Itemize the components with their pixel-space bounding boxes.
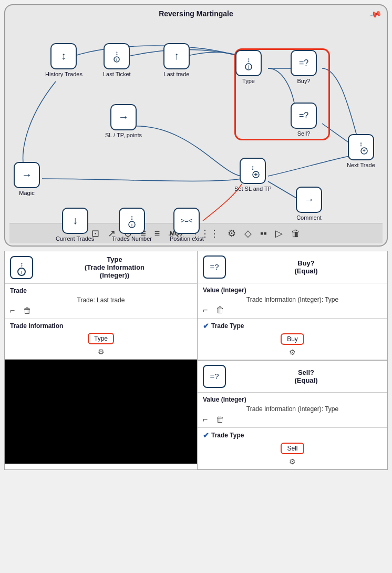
- svg-text:↕: ↕: [251, 163, 255, 171]
- buy-gear-container: ⚙: [203, 348, 382, 356]
- buy-gear-icon[interactable]: ⚙: [289, 348, 296, 356]
- left-gear-icon[interactable]: ⚙: [98, 347, 105, 356]
- type-box[interactable]: ↕ i: [235, 50, 262, 76]
- svg-text:↕: ↕: [20, 261, 23, 268]
- left-trade-delete-icon[interactable]: 🗑: [23, 306, 32, 315]
- buy-panel-header: =? Buy? (Equal): [198, 251, 387, 283]
- sl-tp-box[interactable]: →: [110, 104, 137, 130]
- node-comment[interactable]: → Comment: [296, 187, 322, 221]
- trades-number-box[interactable]: ↕ i: [119, 208, 145, 234]
- sell-tag[interactable]: Sell: [281, 443, 304, 454]
- buy-value-section: Value (Integer) Trade Information (Integ…: [198, 283, 387, 319]
- node-type[interactable]: ↕ i Type: [235, 50, 262, 84]
- buy-box[interactable]: =?: [291, 50, 317, 76]
- svg-text:i: i: [21, 269, 22, 274]
- buy-check-icon: ✔: [203, 322, 209, 330]
- node-set-sl-tp[interactable]: ↕ Set SL and TP: [234, 158, 272, 192]
- svg-text:=?: =?: [210, 262, 219, 271]
- left-type-tag[interactable]: Type: [88, 333, 114, 344]
- left-trade-info-section: Trade Information Type ⚙: [5, 319, 197, 360]
- buy-panel: =? Buy? (Equal) Value (Integer) Trade In…: [198, 251, 387, 361]
- svg-text:↑: ↑: [174, 50, 179, 62]
- bottom-section: ↕ i Type (Trade Information (Integer)) T…: [4, 251, 388, 470]
- buy-value-text: Trade Information (Integer): Type: [203, 296, 382, 303]
- toolbar-blocks-icon[interactable]: ▪▪: [260, 228, 267, 239]
- sell-value-link-icon[interactable]: ⌐: [203, 415, 208, 424]
- buy-value-actions: ⌐ 🗑: [203, 305, 382, 315]
- buy-tag[interactable]: Buy: [281, 333, 304, 345]
- magic-box[interactable]: →: [14, 162, 40, 188]
- node-sl-tp[interactable]: → SL / TP, points: [105, 104, 142, 138]
- sell-box[interactable]: =?: [291, 103, 317, 129]
- buy-panel-title: Buy? (Equal): [230, 259, 382, 275]
- toolbar-settings-icon[interactable]: ⚙: [228, 228, 236, 239]
- svg-text:↕: ↕: [61, 50, 66, 62]
- svg-text:↕: ↕: [115, 49, 118, 57]
- sell-gear-container: ⚙: [203, 457, 382, 466]
- type-label: Type: [242, 78, 255, 84]
- position-exist-box[interactable]: >=<: [173, 208, 200, 234]
- node-sell[interactable]: =? Sell?: [291, 103, 317, 137]
- comment-label: Comment: [296, 214, 322, 221]
- left-panel-title: Type (Trade Information (Integer)): [37, 255, 192, 279]
- node-magic[interactable]: → Magic: [14, 162, 40, 196]
- trades-number-label: Trades Number: [112, 236, 152, 242]
- svg-text:=?: =?: [210, 372, 219, 381]
- svg-text:>=<: >=<: [181, 217, 193, 224]
- svg-text:→: →: [304, 193, 314, 205]
- node-last-ticket[interactable]: ↕ i Last Ticket: [103, 43, 131, 77]
- svg-text:↕: ↕: [247, 56, 251, 64]
- sell-panel-header: =? Sell? (Equal): [198, 361, 387, 393]
- buy-trade-type-section: ✔ Trade Type Buy ⚙: [198, 319, 387, 360]
- sell-value-section: Value (Integer) Trade Information (Integ…: [198, 393, 387, 428]
- current-trades-box[interactable]: ↓: [62, 208, 88, 234]
- node-history-trades[interactable]: ↕ History Trades: [45, 43, 82, 77]
- history-trades-box[interactable]: ↕: [50, 43, 77, 69]
- current-trades-label: Current Trades: [56, 236, 94, 242]
- svg-text:i: i: [248, 65, 249, 70]
- svg-text:↕: ↕: [130, 213, 134, 221]
- set-sl-tp-box[interactable]: ↕: [240, 158, 266, 184]
- left-panel-header: ↕ i Type (Trade Information (Integer)): [5, 251, 197, 284]
- buy-value-delete-icon[interactable]: 🗑: [216, 305, 224, 315]
- sell-check-label: ✔ Trade Type: [203, 431, 382, 439]
- buy-value-link-icon[interactable]: ⌐: [203, 305, 208, 315]
- sell-panel: =? Sell? (Equal) Value (Integer) Trade I…: [198, 361, 387, 469]
- black-area: [5, 360, 197, 464]
- toolbar-align-center-icon[interactable]: ≡: [154, 228, 160, 239]
- svg-text:=?: =?: [299, 111, 308, 120]
- sell-label: Sell?: [297, 130, 310, 137]
- svg-text:↓: ↓: [73, 214, 78, 226]
- left-trade-label: Trade: [10, 287, 192, 294]
- left-panel-icon: ↕ i: [10, 256, 33, 279]
- magic-label: Magic: [19, 190, 34, 196]
- left-trade-section: Trade Trade: Last trade ⌐ 🗑: [5, 284, 197, 319]
- node-current-trades[interactable]: ↓ Current Trades: [56, 208, 94, 242]
- left-trade-value: Trade: Last trade: [10, 296, 192, 304]
- node-position-exist[interactable]: >=< Position exist: [170, 208, 204, 242]
- buy-check-label: ✔ Trade Type: [203, 322, 382, 330]
- node-next-trade[interactable]: ↕ + Next Trade: [347, 134, 375, 168]
- buy-label: Buy?: [297, 78, 310, 84]
- toolbar-play-icon[interactable]: ▷: [275, 228, 283, 239]
- buy-tag-container: Buy: [203, 333, 382, 345]
- node-buy[interactable]: =? Buy?: [291, 50, 317, 84]
- flowchart-panel: Reversing Martingale 📌: [4, 4, 388, 247]
- next-trade-box[interactable]: ↕ +: [348, 134, 374, 160]
- left-panel-subtitle: (Trade Information: [85, 263, 145, 271]
- toolbar-delete-icon[interactable]: 🗑: [291, 228, 301, 239]
- next-trade-label: Next Trade: [347, 162, 375, 168]
- sell-panel-subtitle: (Equal): [294, 376, 317, 384]
- last-ticket-box[interactable]: ↕ i: [104, 43, 130, 69]
- sell-value-delete-icon[interactable]: 🗑: [216, 415, 224, 424]
- toolbar-diamond-icon[interactable]: ◇: [244, 228, 252, 239]
- node-last-trade[interactable]: ↑ Last trade: [163, 43, 190, 77]
- last-trade-box[interactable]: ↑: [163, 43, 190, 69]
- sell-gear-icon[interactable]: ⚙: [289, 457, 296, 466]
- left-trade-link-icon[interactable]: ⌐: [10, 306, 15, 315]
- comment-box[interactable]: →: [296, 187, 322, 213]
- left-trade-info-label: Trade Information: [10, 322, 192, 330]
- node-trades-number[interactable]: ↕ i Trades Number: [112, 208, 152, 242]
- svg-text:+: +: [363, 148, 366, 154]
- right-panel: =? Buy? (Equal) Value (Integer) Trade In…: [198, 251, 388, 470]
